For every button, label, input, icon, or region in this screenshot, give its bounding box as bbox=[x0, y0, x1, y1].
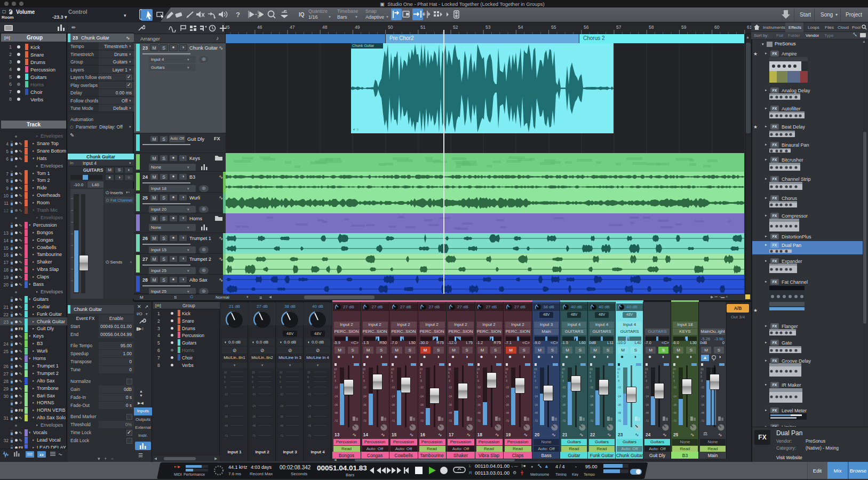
svg-text:56: 56 bbox=[584, 25, 589, 30]
svg-text:45: 45 bbox=[226, 25, 230, 30]
svg-text:58: 58 bbox=[649, 25, 654, 30]
svg-text:53: 53 bbox=[485, 25, 491, 30]
svg-text:61: 61 bbox=[747, 25, 751, 30]
svg-text:60: 60 bbox=[714, 25, 720, 30]
svg-text:57: 57 bbox=[616, 25, 622, 30]
svg-text:46: 46 bbox=[257, 25, 262, 30]
svg-text:49: 49 bbox=[355, 25, 360, 30]
svg-text:47: 47 bbox=[290, 25, 295, 30]
svg-text:52: 52 bbox=[453, 25, 458, 30]
svg-text:51: 51 bbox=[420, 25, 426, 30]
svg-text:59: 59 bbox=[681, 25, 687, 30]
svg-text:50: 50 bbox=[388, 25, 393, 30]
svg-text:48: 48 bbox=[322, 25, 328, 30]
svg-text:55: 55 bbox=[551, 25, 556, 30]
svg-text:54: 54 bbox=[518, 25, 523, 30]
svg-text:zz: zz bbox=[39, 452, 44, 457]
